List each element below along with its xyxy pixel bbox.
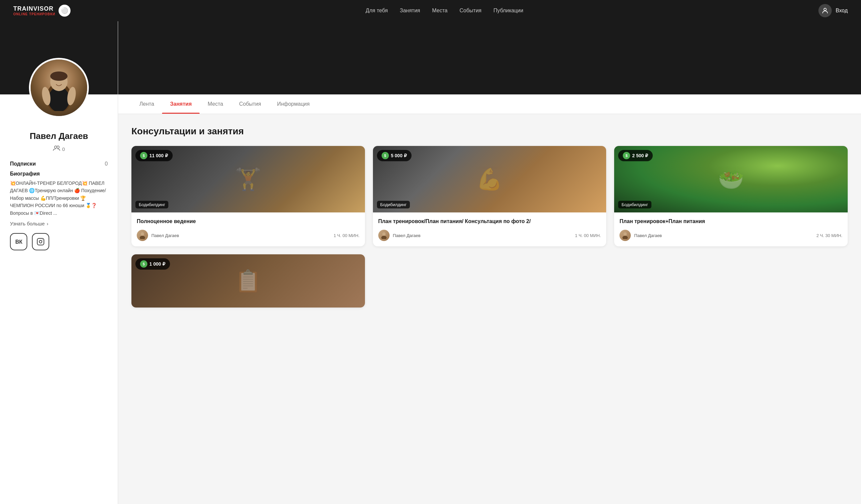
subscriptions-count: 0 (105, 161, 108, 167)
svg-text:ВК: ВК (15, 239, 23, 245)
logo-text: TRAINVISOR ONLINE ТРЕНИРОВКИ (13, 5, 55, 16)
card-2[interactable]: 💪 $ 5 000 ₽ Бодибилдинг План тренировок/… (373, 146, 606, 246)
card-2-title: План тренировок/План питания/ Консультац… (378, 218, 601, 225)
card-3-footer: Павел Дагаев 2 Ч. 30 МИН. (619, 230, 842, 241)
price-icon-4: $ (140, 260, 147, 268)
followers-icon (53, 145, 60, 153)
card-2-body: План тренировок/План питания/ Консультац… (373, 212, 606, 246)
card-1-price: 11 000 ₽ (149, 153, 168, 158)
svg-point-0 (824, 8, 826, 11)
svg-rect-10 (37, 238, 44, 245)
header: TRAINVISOR ONLINE ТРЕНИРОВКИ ⚪ Для тебя … (0, 0, 861, 21)
card-3-image: 🥗 $ 2 500 ₽ Бодибилдинг (614, 146, 848, 212)
tab-classes[interactable]: Занятия (162, 95, 200, 114)
card-3[interactable]: 🥗 $ 2 500 ₽ Бодибилдинг План тренировок+… (614, 146, 848, 246)
bio-section: Биография 💥ОНЛАЙН-ТРЕНЕР БЕЛГОРОД💥 ПАВЕЛ… (10, 171, 108, 217)
social-icons: ВК (10, 233, 108, 250)
nav-classes[interactable]: Занятия (400, 8, 420, 14)
nav-for-you[interactable]: Для тебя (366, 8, 388, 14)
sidebar-content: Павел Дагаев 0 Подписки 0 Биография (0, 95, 118, 260)
card-3-trainer: Павел Дагаев (619, 230, 662, 241)
subscriptions-row: Подписки 0 (10, 161, 108, 167)
tab-feed[interactable]: Лента (132, 95, 162, 114)
card-4-image: 📋 $ 1 000 ₽ (132, 254, 365, 308)
svg-point-14 (140, 236, 145, 239)
nav-publications[interactable]: Публикации (493, 8, 523, 14)
svg-point-7 (55, 146, 57, 148)
svg-point-17 (624, 233, 627, 236)
card-1-trainer: Павел Дагаев (137, 230, 179, 241)
svg-point-8 (57, 146, 59, 148)
avatar-wrap (29, 58, 89, 118)
svg-point-13 (141, 233, 144, 236)
card-1-trainer-avatar (137, 230, 148, 241)
chevron-right-icon: › (46, 221, 48, 226)
card-1-title: Полноценное ведение (137, 218, 360, 225)
section-title: Консультации и занятия (132, 126, 848, 137)
nav-events[interactable]: События (460, 8, 481, 14)
tabs-bar: Лента Занятия Места События Информация (118, 95, 861, 114)
learn-more-button[interactable]: Узнать больше › (10, 221, 108, 226)
card-3-category: Бодибилдинг (618, 201, 651, 208)
card-4[interactable]: 📋 $ 1 000 ₽ (132, 254, 365, 308)
card-4-price: 1 000 ₽ (149, 261, 165, 267)
card-3-price-badge: $ 2 500 ₽ (618, 150, 653, 161)
logo-area[interactable]: TRAINVISOR ONLINE ТРЕНИРОВКИ ⚪ (13, 5, 70, 17)
price-icon-3: $ (623, 152, 630, 159)
bio-text: 💥ОНЛАЙН-ТРЕНЕР БЕЛГОРОД💥 ПАВЕЛ ДАГАЕВ 🌐Т… (10, 180, 108, 217)
trainer-name: Павел Дагаев (10, 131, 108, 141)
avatar-image (31, 59, 87, 116)
svg-point-11 (39, 240, 42, 243)
followers-row: 0 (10, 145, 108, 153)
card-1-image: 🏋️ $ 11 000 ₽ Бодибилдинг (132, 146, 365, 212)
svg-point-4 (50, 71, 68, 81)
main-nav: Для тебя Занятия Места События Публикаци… (366, 8, 523, 14)
card-1[interactable]: 🏋️ $ 11 000 ₽ Бодибилдинг Полноценное ве… (132, 146, 365, 246)
card-2-price: 5 000 ₽ (391, 153, 407, 158)
card-2-duration: 1 Ч. 00 МИН. (575, 233, 601, 238)
bottom-cards-row: 📋 $ 1 000 ₽ (132, 254, 848, 308)
card-1-duration: 1 Ч. 00 МИН. (334, 233, 360, 238)
card-3-trainer-name: Павел Дагаев (634, 233, 662, 238)
bio-title: Биография (10, 171, 108, 177)
user-icon-button[interactable] (818, 4, 832, 17)
logo-icon: ⚪ (58, 5, 70, 17)
cards-grid: 🏋️ $ 11 000 ₽ Бодибилдинг Полноценное ве… (132, 146, 848, 246)
price-icon-1: $ (140, 152, 147, 159)
card-3-title: План тренировок+План питания (619, 218, 842, 225)
tab-info[interactable]: Информация (269, 95, 318, 114)
card-2-category: Бодибилдинг (377, 201, 410, 208)
card-1-price-badge: $ 11 000 ₽ (135, 150, 173, 161)
profile-banner (118, 21, 861, 95)
card-1-trainer-name: Павел Дагаев (151, 233, 179, 238)
card-4-price-badge: $ 1 000 ₽ (135, 258, 170, 270)
subscriptions-label: Подписки (10, 161, 36, 167)
svg-point-15 (382, 233, 386, 236)
card-2-trainer-name: Павел Дагаев (393, 233, 421, 238)
svg-point-18 (623, 236, 628, 239)
tab-events[interactable]: События (231, 95, 269, 114)
content-area: Консультации и занятия 🏋️ $ 11 000 ₽ Бод… (118, 114, 861, 320)
card-2-trainer-avatar (378, 230, 390, 241)
login-button[interactable]: Вход (836, 8, 848, 14)
sidebar: Павел Дагаев 0 Подписки 0 Биография (0, 21, 118, 504)
header-right: Вход (818, 4, 848, 17)
vk-button[interactable]: ВК (10, 233, 27, 250)
nav-places[interactable]: Места (432, 8, 448, 14)
card-3-trainer-avatar (619, 230, 631, 241)
page-wrapper: Павел Дагаев 0 Подписки 0 Биография (0, 0, 861, 504)
card-1-footer: Павел Дагаев 1 Ч. 00 МИН. (137, 230, 360, 241)
instagram-button[interactable] (32, 233, 49, 250)
svg-point-16 (381, 236, 386, 239)
logo-sub-text: ONLINE ТРЕНИРОВКИ (13, 12, 55, 16)
tab-places[interactable]: Места (200, 95, 231, 114)
card-1-body: Полноценное ведение Павел Дагаев (132, 212, 365, 246)
price-icon-2: $ (382, 152, 389, 159)
avatar (29, 58, 89, 118)
logo-main-text: TRAINVISOR (13, 5, 55, 12)
card-3-body: План тренировок+План питания Павел Дагае… (614, 212, 848, 246)
card-2-trainer: Павел Дагаев (378, 230, 421, 241)
main-content: Лента Занятия Места События Информация К… (118, 21, 861, 504)
svg-point-12 (42, 239, 43, 240)
followers-count: 0 (62, 146, 65, 152)
